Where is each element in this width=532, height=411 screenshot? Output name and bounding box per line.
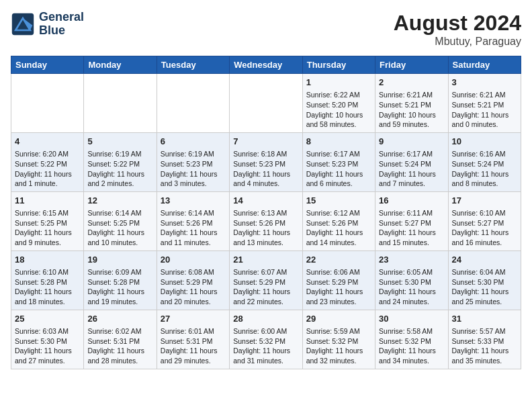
calendar-cell: 23Sunrise: 6:05 AMSunset: 5:30 PMDayligh…	[375, 250, 448, 310]
day-number: 27	[161, 313, 226, 325]
calendar-cell: 11Sunrise: 6:15 AMSunset: 5:25 PMDayligh…	[11, 191, 84, 250]
logo: General Blue	[11, 11, 84, 38]
calendar-cell: 3Sunrise: 6:21 AMSunset: 5:21 PMDaylight…	[448, 74, 521, 133]
calendar-cell: 31Sunrise: 5:57 AMSunset: 5:33 PMDayligh…	[448, 310, 521, 369]
day-info: and 2 minutes.	[87, 179, 152, 189]
day-info: Daylight: 11 hours	[452, 169, 517, 179]
day-number: 16	[379, 195, 444, 207]
day-number: 2	[379, 77, 444, 89]
day-info: Sunset: 5:28 PM	[15, 277, 80, 287]
day-info: Sunset: 5:20 PM	[306, 100, 371, 110]
day-header-saturday: Saturday	[448, 56, 521, 74]
day-info: Sunrise: 6:20 AM	[15, 149, 80, 159]
day-info: Sunset: 5:31 PM	[87, 336, 152, 347]
day-info: and 1 minute.	[15, 179, 80, 189]
day-info: and 18 minutes.	[15, 297, 80, 307]
calendar-cell: 25Sunrise: 6:03 AMSunset: 5:30 PMDayligh…	[11, 310, 84, 369]
day-info: Daylight: 11 hours	[15, 287, 80, 297]
day-info: Sunrise: 6:19 AM	[161, 149, 226, 159]
day-info: and 24 minutes.	[379, 297, 444, 307]
day-info: Daylight: 11 hours	[161, 287, 226, 297]
calendar-cell: 27Sunrise: 6:01 AMSunset: 5:31 PMDayligh…	[157, 310, 229, 369]
day-info: Daylight: 11 hours	[306, 346, 371, 356]
day-info: Daylight: 11 hours	[379, 287, 444, 297]
day-number: 10	[452, 136, 517, 148]
day-number: 4	[15, 136, 80, 148]
day-info: Sunrise: 6:21 AM	[452, 90, 517, 100]
day-number: 26	[87, 313, 152, 325]
calendar-cell: 19Sunrise: 6:09 AMSunset: 5:28 PMDayligh…	[84, 250, 157, 310]
day-info: Daylight: 11 hours	[306, 228, 371, 238]
location: Mbutuy, Paraguay	[394, 36, 521, 48]
day-info: and 19 minutes.	[87, 297, 152, 307]
day-number: 22	[306, 254, 371, 266]
day-info: Sunset: 5:22 PM	[15, 159, 80, 169]
day-number: 17	[452, 195, 517, 207]
day-info: Sunset: 5:24 PM	[379, 159, 444, 169]
day-info: Sunset: 5:32 PM	[306, 336, 371, 347]
day-info: Daylight: 11 hours	[379, 346, 444, 356]
day-info: Sunrise: 6:15 AM	[15, 208, 80, 218]
day-info: Sunset: 5:33 PM	[452, 336, 517, 347]
day-info: Daylight: 11 hours	[379, 169, 444, 179]
day-number: 15	[306, 195, 371, 207]
day-info: and 3 minutes.	[161, 179, 226, 189]
day-number: 8	[306, 136, 371, 148]
calendar-cell: 21Sunrise: 6:07 AMSunset: 5:29 PMDayligh…	[230, 250, 302, 310]
day-info: Sunrise: 6:21 AM	[379, 90, 444, 100]
calendar-cell	[11, 74, 84, 133]
day-number: 3	[452, 77, 517, 89]
calendar-cell: 10Sunrise: 6:16 AMSunset: 5:24 PMDayligh…	[448, 132, 521, 191]
day-number: 11	[15, 195, 80, 207]
calendar-cell: 4Sunrise: 6:20 AMSunset: 5:22 PMDaylight…	[11, 132, 84, 191]
page-header: General Blue August 2024 Mbutuy, Paragua…	[11, 11, 521, 48]
day-info: and 8 minutes.	[452, 179, 517, 189]
calendar-cell	[84, 74, 157, 133]
calendar-cell: 13Sunrise: 6:14 AMSunset: 5:26 PMDayligh…	[157, 191, 229, 250]
day-info: and 6 minutes.	[306, 179, 371, 189]
day-info: Sunset: 5:30 PM	[15, 336, 80, 347]
calendar-cell: 20Sunrise: 6:08 AMSunset: 5:29 PMDayligh…	[157, 250, 229, 310]
calendar-cell: 14Sunrise: 6:13 AMSunset: 5:26 PMDayligh…	[230, 191, 302, 250]
day-info: and 9 minutes.	[15, 238, 80, 248]
day-info: Daylight: 11 hours	[306, 169, 371, 179]
day-info: Sunrise: 6:00 AM	[233, 326, 298, 336]
day-info: Sunset: 5:23 PM	[233, 159, 298, 169]
day-info: Daylight: 11 hours	[161, 346, 226, 356]
day-info: Sunset: 5:22 PM	[87, 159, 152, 169]
day-info: Sunrise: 6:10 AM	[15, 267, 80, 277]
day-info: and 58 minutes.	[306, 120, 371, 130]
day-info: Sunset: 5:32 PM	[233, 336, 298, 347]
calendar-cell: 18Sunrise: 6:10 AMSunset: 5:28 PMDayligh…	[11, 250, 84, 310]
day-number: 13	[161, 195, 226, 207]
calendar-cell: 8Sunrise: 6:17 AMSunset: 5:23 PMDaylight…	[302, 132, 375, 191]
day-info: Sunrise: 6:04 AM	[452, 267, 517, 277]
calendar-cell: 6Sunrise: 6:19 AMSunset: 5:23 PMDaylight…	[157, 132, 229, 191]
day-info: and 28 minutes.	[87, 356, 152, 366]
day-number: 24	[452, 254, 517, 266]
day-number: 29	[306, 313, 371, 325]
day-info: Sunset: 5:27 PM	[379, 218, 444, 228]
day-number: 1	[306, 77, 371, 89]
day-info: Sunrise: 6:17 AM	[306, 149, 371, 159]
week-row-4: 18Sunrise: 6:10 AMSunset: 5:28 PMDayligh…	[11, 250, 521, 310]
day-info: and 15 minutes.	[379, 238, 444, 248]
day-info: and 0 minutes.	[452, 120, 517, 130]
day-info: and 35 minutes.	[452, 356, 517, 366]
day-info: Sunset: 5:27 PM	[452, 218, 517, 228]
day-info: and 27 minutes.	[15, 356, 80, 366]
calendar-cell: 5Sunrise: 6:19 AMSunset: 5:22 PMDaylight…	[84, 132, 157, 191]
day-info: Sunrise: 6:13 AM	[233, 208, 298, 218]
day-info: Sunset: 5:29 PM	[233, 277, 298, 287]
day-info: Daylight: 11 hours	[15, 228, 80, 238]
day-info: Sunset: 5:31 PM	[161, 336, 226, 347]
calendar-cell: 30Sunrise: 5:58 AMSunset: 5:32 PMDayligh…	[375, 310, 448, 369]
day-info: Sunrise: 6:02 AM	[87, 326, 152, 336]
day-info: Daylight: 11 hours	[306, 287, 371, 297]
day-info: and 31 minutes.	[233, 356, 298, 366]
day-info: Daylight: 11 hours	[379, 228, 444, 238]
day-info: Sunrise: 5:57 AM	[452, 326, 517, 336]
day-info: and 20 minutes.	[161, 297, 226, 307]
day-info: Sunrise: 6:19 AM	[87, 149, 152, 159]
day-info: Sunrise: 5:59 AM	[306, 326, 371, 336]
